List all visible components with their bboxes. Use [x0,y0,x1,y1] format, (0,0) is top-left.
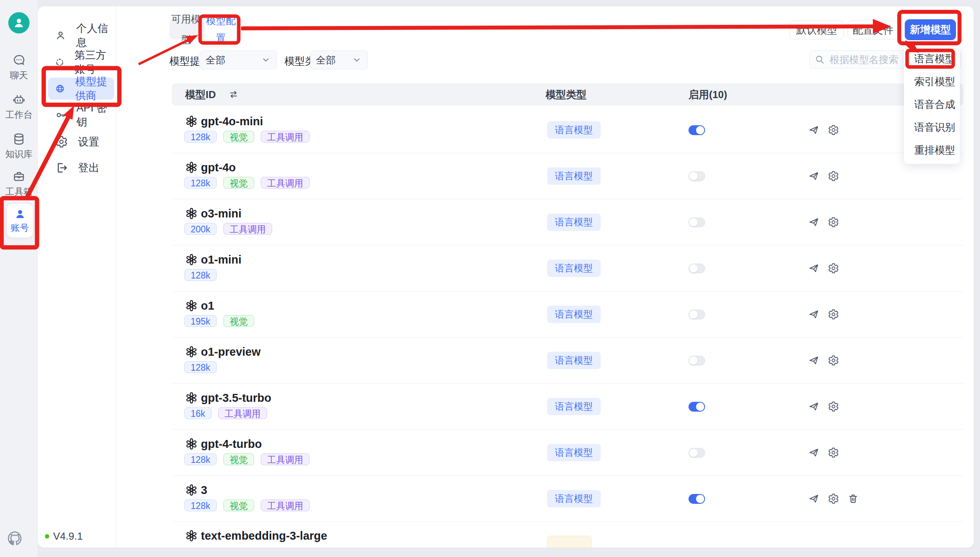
provider-filter-value: 全部 [206,54,225,67]
tab-model-config[interactable]: 模型配置 [204,12,238,46]
table-row: o3-mini 200k工具调用 语言模型 [172,199,963,245]
model-type-badge: 语言模型 [547,398,601,415]
rail-item-label: 知识库 [0,148,38,160]
row-settings-icon[interactable] [828,263,839,274]
openai-logo-icon [185,345,198,358]
model-tags: 16k工具调用 [184,407,267,419]
capability-tag: 视觉 [223,499,254,511]
model-name: o1 [201,299,214,312]
gear-icon [55,136,68,148]
dropdown-item-rerank-model[interactable]: 重排模型 [904,139,960,162]
add-model-button[interactable]: 新增模型 [905,19,956,40]
enable-toggle[interactable] [689,494,705,504]
github-link[interactable] [7,530,23,547]
capability-tag: 200k [184,223,217,235]
row-settings-icon[interactable] [828,309,839,320]
sidebar-item-toolbox[interactable]: 工具箱 [0,170,38,198]
enable-toggle[interactable] [689,171,705,181]
menu-item-model-provider[interactable]: 模型提供商 [48,78,114,100]
robot-icon [12,93,26,106]
dropdown-item-index-model[interactable]: 索引模型 [904,70,960,93]
sidebar-divider [116,6,116,548]
send-test-icon[interactable] [808,355,819,366]
enable-toggle[interactable] [689,264,705,273]
menu-item-thirdparty[interactable]: 第三方账号 [43,51,113,73]
sidebar-item-chat[interactable]: 聊天 [0,54,38,82]
send-test-icon[interactable] [808,124,819,136]
enable-toggle[interactable] [689,217,705,227]
send-test-icon[interactable] [808,493,819,504]
enable-toggle[interactable] [689,402,705,412]
search-icon [815,54,825,65]
openai-logo-icon [185,484,198,496]
row-settings-icon[interactable] [828,401,839,412]
row-settings-icon[interactable] [828,217,839,228]
row-settings-icon[interactable] [828,493,839,504]
default-model-button[interactable]: 默认模型 [790,20,844,39]
capability-tag: 视觉 [223,315,254,327]
toggle-knob [689,264,698,273]
toggle-knob [689,356,698,365]
sidebar-item-workbench[interactable]: 工作台 [0,93,38,121]
enable-toggle[interactable] [689,448,705,458]
menu-item-profile[interactable]: 个人信息 [43,24,113,46]
enable-toggle[interactable] [689,310,705,319]
menu-item-logout[interactable]: 登出 [43,157,113,179]
menu-item-label: API 密钥 [76,101,113,129]
send-test-icon[interactable] [808,171,819,182]
avatar[interactable] [8,12,30,33]
header-model-type: 模型类型 [546,84,587,106]
add-model-dropdown: 语言模型 索引模型 语音合成 语音识别 重排模型 [904,45,960,164]
github-icon [7,530,23,547]
chat-icon [12,54,26,67]
row-settings-icon[interactable] [828,171,839,182]
sort-icon[interactable] [228,89,239,100]
dropdown-item-language-model[interactable]: 语言模型 [904,47,960,70]
model-tags: 128k视觉工具调用 [184,131,310,143]
database-icon [12,132,26,146]
table-row-partial: text-embedding-3-large [172,522,963,548]
table-row: gpt-4o 128k视觉工具调用 语言模型 [172,153,963,199]
config-file-button[interactable]: 配置文件 [848,20,898,39]
capability-tag: 工具调用 [261,499,310,511]
sidebar-item-knowledge[interactable]: 知识库 [0,132,38,160]
model-provider-page: 聊天 工作台 知识库 工具箱 账号 个人信息 第三方账号 [0,0,980,557]
dropdown-item-tts[interactable]: 语音合成 [904,93,960,116]
enable-toggle[interactable] [689,356,705,366]
dropdown-item-asr[interactable]: 语音识别 [904,116,960,139]
send-test-icon[interactable] [808,217,819,228]
menu-item-label: 登出 [78,161,99,175]
send-test-icon[interactable] [808,447,819,458]
tab-available-models[interactable]: 可用模型 [169,9,203,50]
row-settings-icon[interactable] [828,447,839,458]
table-row: 3 128k视觉工具调用 语言模型 [172,476,963,522]
capability-tag: 视觉 [223,131,254,143]
table-row: o1-preview 128k 语言模型 [172,338,963,384]
delete-icon[interactable] [848,493,859,504]
capability-tag: 视觉 [223,177,254,189]
openai-logo-icon [185,438,198,450]
model-type-badge: 语言模型 [547,167,601,185]
key-icon [55,109,66,121]
capability-tag: 128k [184,131,217,143]
send-test-icon[interactable] [808,263,819,274]
model-name: gpt-3.5-turbo [201,391,271,405]
model-tags: 128k [184,269,217,281]
toggle-knob [689,449,698,457]
row-settings-icon[interactable] [828,124,839,136]
provider-filter-select[interactable]: 全部 [200,50,277,69]
model-name: 3 [201,483,207,497]
openai-logo-icon [185,115,198,128]
type-filter-select[interactable]: 全部 [310,50,368,69]
menu-item-label: 个人信息 [76,21,113,50]
capability-tag: 195k [184,315,217,327]
menu-item-label: 模型提供商 [75,74,114,103]
sidebar-item-account[interactable]: 账号 [7,204,33,238]
menu-item-settings[interactable]: 设置 [43,131,113,153]
enable-toggle[interactable] [689,125,705,135]
row-settings-icon[interactable] [828,355,839,366]
send-test-icon[interactable] [808,401,819,412]
menu-item-api-keys[interactable]: API 密钥 [43,104,113,126]
model-type-badge: 语言模型 [547,490,601,507]
send-test-icon[interactable] [808,309,819,320]
